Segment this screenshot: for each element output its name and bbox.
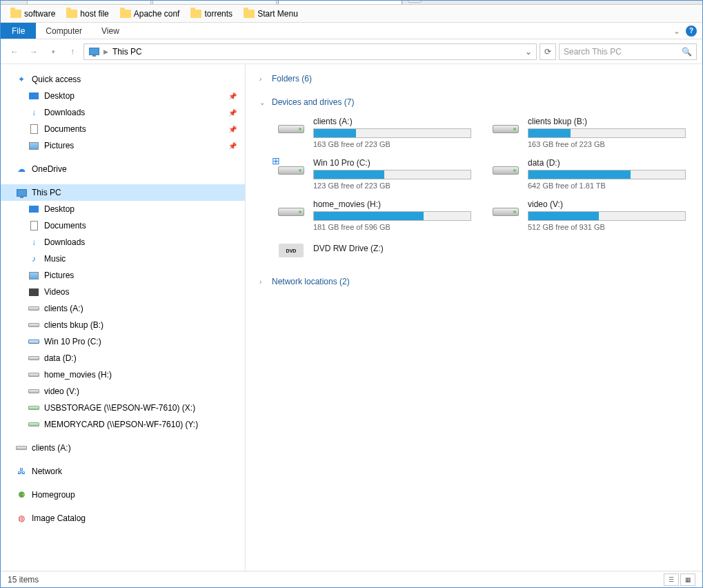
drive-name: clients (A:) <box>313 117 471 126</box>
sidebar-item-label: clients (A:) <box>32 443 71 453</box>
tab-1[interactable]: ↓Downloads✕ <box>152 0 277 4</box>
details-view-button[interactable]: ☰ <box>664 574 679 586</box>
breadcrumb-location[interactable]: This PC <box>112 47 142 57</box>
sidebar-item-video-v[interactable]: video (V:) <box>1 383 245 400</box>
tab-label: D:\pams-ipod\photos <box>48 0 125 1</box>
computer-menu[interactable]: Computer <box>36 23 92 39</box>
tab-bar: D:\pams-ipod\photos✕↓Downloads✕This PC✕ … <box>1 0 702 5</box>
sidebar-item-downloads[interactable]: ↓Downloads <box>1 234 245 251</box>
hdd-icon <box>28 353 39 364</box>
drive-win-10-pro-c[interactable]: ⊞ Win 10 Pro (C:) 123 GB free of 223 GB <box>273 155 474 193</box>
sidebar-item-label: Pictures <box>44 141 74 150</box>
hdd-icon <box>16 442 27 453</box>
item-count: 15 items <box>8 575 39 585</box>
tab-0[interactable]: D:\pams-ipod\photos✕ <box>27 0 151 4</box>
content-pane: › Folders (6) ⌄ Devices and drives (7) c… <box>246 64 702 571</box>
bookmark-host-file[interactable]: host file <box>62 8 112 20</box>
downloads-icon: ↓ <box>28 237 39 248</box>
sidebar-item-data-d[interactable]: data (D:) <box>1 350 245 366</box>
hdd-icon <box>491 199 521 224</box>
hdd-win-icon <box>28 336 39 347</box>
drive-data-d[interactable]: data (D:) 642 GB free of 1.81 TB <box>488 155 689 193</box>
search-box[interactable]: 🔍 <box>559 43 697 60</box>
drive-video-v[interactable]: video (V:) 512 GB free of 931 GB <box>488 197 689 234</box>
sidebar-item-label: Desktop <box>44 91 75 101</box>
file-menu[interactable]: File <box>1 23 36 39</box>
drive-clients-a[interactable]: clients (A:) 163 GB free of 223 GB <box>273 114 474 151</box>
sidebar-item-videos[interactable]: Videos <box>1 284 245 300</box>
drive-home-movies-h[interactable]: home_movies (H:) 181 GB free of 596 GB <box>273 197 474 234</box>
sidebar-item-network[interactable]: 🖧Network <box>1 463 245 480</box>
tab-2[interactable]: This PC✕ <box>278 0 402 4</box>
bookmark-apache-conf[interactable]: Apache conf <box>116 8 184 20</box>
ribbon-expand-icon[interactable]: ⌄ <box>673 26 680 36</box>
sidebar-item-label: This PC <box>32 188 61 197</box>
dvd-drive-name: DVD RW Drive (Z:) <box>313 244 471 253</box>
drive-free-text: 642 GB free of 1.81 TB <box>528 182 686 190</box>
sidebar-item-home-movies-h[interactable]: home_movies (H:) <box>1 366 245 383</box>
sidebar-item-desktop[interactable]: Desktop <box>1 201 245 217</box>
drive-capacity-bar <box>313 128 471 138</box>
refresh-button[interactable]: ⟳ <box>539 43 556 60</box>
sidebar-item-image-catalog[interactable]: ◍Image Catalog <box>1 510 245 527</box>
sidebar-item-pictures[interactable]: Pictures <box>1 267 245 284</box>
network-section-label: Network locations (2) <box>272 277 350 286</box>
bookmark-start-menu[interactable]: Start Menu <box>239 8 302 20</box>
sidebar-item-documents[interactable]: Documents📌 <box>1 121 245 137</box>
drive-capacity-bar <box>528 211 686 221</box>
hdd-icon <box>491 158 521 183</box>
sidebar-item-clients-a[interactable]: clients (A:) <box>1 300 245 317</box>
forward-button[interactable]: → <box>26 43 42 60</box>
help-icon[interactable]: ? <box>686 26 697 37</box>
sidebar-item-label: Quick access <box>32 75 81 84</box>
sidebar-item-clients-bkup-b[interactable]: clients bkup (B:) <box>1 317 245 333</box>
crumb-separator-icon: ▶ <box>103 48 108 55</box>
monitor-icon <box>88 46 99 57</box>
folder-icon <box>244 10 255 18</box>
address-bar[interactable]: ▶ This PC ⌄ <box>83 43 537 60</box>
ribbon-menu: File Computer View ⌄ ? <box>1 23 702 39</box>
bookmark-label: Apache conf <box>134 9 180 19</box>
drive-capacity-bar <box>528 170 686 179</box>
sidebar-item-homegroup[interactable]: ⚈Homegroup <box>1 487 245 503</box>
tools-icon[interactable] <box>6 0 23 4</box>
recent-dropdown[interactable]: ▾ <box>45 43 61 60</box>
address-dropdown-icon[interactable]: ⌄ <box>525 47 532 57</box>
sidebar-item-clients-a[interactable]: clients (A:) <box>1 440 245 456</box>
sidebar-item-music[interactable]: ♪Music <box>1 251 245 267</box>
drive-clients-bkup-b[interactable]: clients bkup (B:) 163 GB free of 223 GB <box>488 114 689 151</box>
pictures-icon <box>28 140 39 151</box>
sidebar-item-this-pc[interactable]: This PC <box>1 184 245 201</box>
sidebar-item-memorycard-epson-wf-7610-y[interactable]: MEMORYCARD (\\EPSON-WF-7610) (Y:) <box>1 416 245 433</box>
dvd-drive[interactable]: DVD DVD RW Drive (Z:) <box>273 235 474 266</box>
desktop-icon <box>28 90 39 101</box>
bookmark-torrents[interactable]: torrents <box>186 8 237 20</box>
sidebar-item-downloads[interactable]: ↓Downloads📌 <box>1 104 245 121</box>
network-section-header[interactable]: › Network locations (2) <box>259 274 689 289</box>
sidebar-item-desktop[interactable]: Desktop📌 <box>1 88 245 104</box>
drive-free-text: 123 GB free of 223 GB <box>313 182 471 190</box>
sidebar-item-quick-access[interactable]: ✦Quick access <box>1 71 245 88</box>
drive-name: clients bkup (B:) <box>528 117 686 126</box>
sidebar-item-documents[interactable]: Documents <box>1 217 245 234</box>
bookmark-software[interactable]: software <box>6 8 59 20</box>
drive-free-text: 512 GB free of 931 GB <box>528 223 686 231</box>
search-icon[interactable]: 🔍 <box>682 47 692 57</box>
sidebar-item-label: Desktop <box>44 204 75 214</box>
hdd-icon <box>276 199 306 224</box>
sidebar-item-win-10-pro-c[interactable]: Win 10 Pro (C:) <box>1 333 245 350</box>
bookmarks-bar: softwarehost fileApache conftorrentsStar… <box>1 5 702 23</box>
folders-section-header[interactable]: › Folders (6) <box>259 71 689 86</box>
folder-icon <box>120 10 131 18</box>
sidebar-item-usbstorage-epson-wf-7610-x[interactable]: USBSTORAGE (\\EPSON-WF-7610) (X:) <box>1 400 245 416</box>
up-button[interactable]: ↑ <box>64 43 81 60</box>
drive-name: data (D:) <box>528 158 686 168</box>
icons-view-button[interactable]: ▦ <box>680 574 695 586</box>
back-button[interactable]: ← <box>6 43 23 60</box>
search-input[interactable] <box>564 47 682 57</box>
new-tab-button[interactable]: + <box>408 0 422 3</box>
sidebar-item-onedrive[interactable]: ☁OneDrive <box>1 161 245 177</box>
view-menu[interactable]: View <box>92 23 129 39</box>
sidebar-item-pictures[interactable]: Pictures📌 <box>1 137 245 154</box>
devices-section-header[interactable]: ⌄ Devices and drives (7) <box>259 95 689 110</box>
